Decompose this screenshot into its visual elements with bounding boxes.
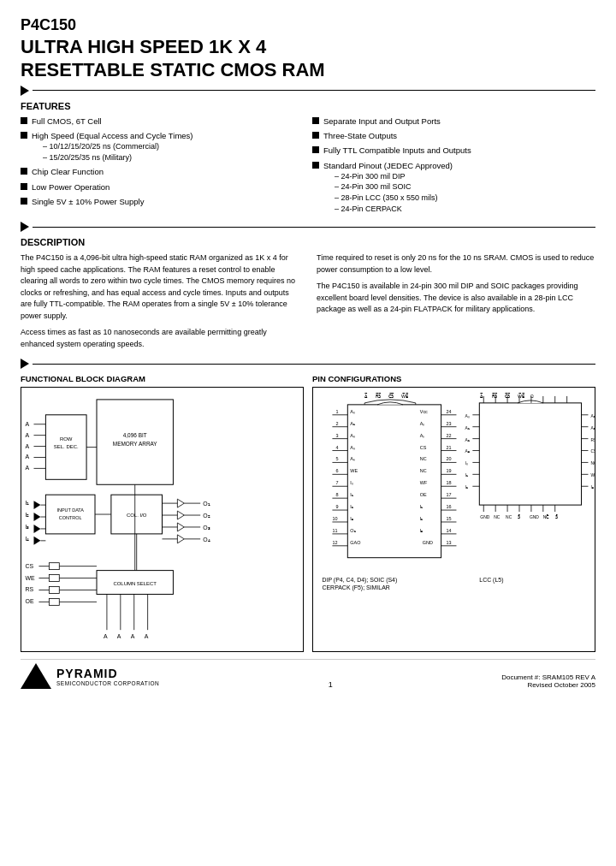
features-columns: Full CMOS, 6T Cell High Speed (Equal Acc…: [21, 116, 595, 219]
svg-text:GND: GND: [530, 515, 539, 519]
svg-text:I₃: I₃: [590, 485, 593, 489]
svg-text:22: 22: [447, 433, 452, 438]
svg-text:CONTROL: CONTROL: [59, 515, 82, 520]
svg-marker-21: [33, 501, 40, 509]
svg-text:S̄: S̄: [555, 514, 558, 519]
feature-text-5: Single 5V ± 10% Power Supply: [32, 197, 304, 207]
svg-text:21: 21: [447, 445, 452, 450]
svg-text:A̅: A̅: [364, 393, 368, 399]
document-info: Document #: SRAM105 REV A Revised Octobe…: [501, 673, 595, 689]
svg-text:A: A: [26, 443, 30, 449]
svg-rect-64: [49, 563, 59, 570]
features-section: FEATURES Full CMOS, 6T Cell High Speed (…: [21, 101, 595, 219]
svg-text:GND: GND: [423, 540, 433, 545]
description-title: DESCRIPTION: [21, 237, 595, 247]
svg-text:I₃: I₃: [26, 524, 30, 530]
features-left-col: Full CMOS, 6T Cell High Speed (Equal Acc…: [21, 116, 304, 219]
svg-text:SEL. DEC.: SEL. DEC.: [54, 444, 79, 449]
feature-item-r4: Standard Pinout (JEDEC Approved) 24-Pin …: [312, 161, 595, 215]
svg-text:CS: CS: [590, 450, 595, 454]
svg-text:C̅S̅: C̅S̅: [388, 393, 394, 399]
svg-text:R̅S̅: R̅S̅: [376, 393, 382, 399]
svg-marker-38: [177, 535, 184, 543]
feature-item-5: Single 5V ± 10% Power Supply: [21, 197, 304, 207]
svg-text:A₁: A₁: [590, 414, 595, 418]
svg-marker-22: [33, 513, 40, 521]
feature-item-2: High Speed (Equal Access and Cycle Times…: [21, 131, 304, 163]
pyramid-triangle-icon: [21, 663, 51, 689]
svg-text:CS: CS: [26, 563, 34, 569]
block-diagram-svg: A A A A A ROW SEL. DEC. 4,096 BIT MEMORY…: [21, 388, 303, 651]
svg-text:16: 16: [447, 504, 452, 509]
svg-text:CERPACK (F5); SIMILAR: CERPACK (F5); SIMILAR: [323, 585, 390, 592]
features-right-col: Separate Input and Output Ports Three-St…: [312, 116, 595, 219]
svg-text:Vcc: Vcc: [420, 409, 428, 414]
svg-text:MEMORY ARRAY: MEMORY ARRAY: [113, 441, 158, 447]
svg-text:WE: WE: [350, 469, 358, 474]
svg-text:C̅S̅: C̅S̅: [505, 393, 511, 399]
svg-text:A: A: [26, 432, 30, 438]
part-number: P4C150 ULTRA HIGH SPEED 1K X 4 RESETTABL…: [21, 15, 595, 82]
svg-text:OE: OE: [420, 492, 427, 497]
feature-text-r4: Standard Pinout (JEDEC Approved) 24-Pin …: [323, 161, 595, 215]
svg-text:A₂: A₂: [465, 438, 469, 442]
svg-text:W̅E̅: W̅E̅: [518, 393, 525, 399]
svg-text:8: 8: [335, 492, 338, 497]
svg-text:INPUT DATA: INPUT DATA: [56, 507, 84, 513]
svg-text:S̄: S̄: [518, 514, 520, 519]
feature-text-r3: Fully TTL Compatible Inputs and Outputs: [323, 145, 595, 156]
bullet-3: [21, 168, 27, 175]
svg-text:17: 17: [447, 492, 452, 497]
svg-text:4: 4: [335, 445, 338, 450]
pin-config-svg: A̅ R̅S̅ C̅S̅ W̅E̅ 1 A₀ 2 A₁: [313, 388, 595, 651]
svg-text:I₀: I₀: [465, 462, 467, 466]
page-footer: PYRAMID SEMICONDUCTOR CORPORATION 1 Docu…: [21, 659, 595, 689]
functional-block-diagram: A A A A A ROW SEL. DEC. 4,096 BIT MEMORY…: [21, 387, 304, 652]
feature-text-4: Low Power Operation: [32, 182, 304, 193]
svg-text:I₂: I₂: [420, 516, 424, 521]
svg-text:I₃: I₃: [350, 516, 353, 521]
svg-text:A₀: A₀: [465, 414, 469, 418]
feature-item-r2: Three-State Outputs: [312, 131, 595, 141]
svg-text:A₀: A₀: [350, 409, 355, 414]
svg-text:A₃: A₃: [465, 450, 469, 454]
feature-text-r2: Three-State Outputs: [323, 131, 595, 141]
svg-text:GAO: GAO: [350, 540, 360, 545]
svg-text:A₀: A₀: [420, 421, 425, 426]
feature-item-1: Full CMOS, 6T Cell: [21, 116, 304, 127]
svg-text:A₅: A₅: [420, 433, 425, 438]
svg-text:7: 7: [335, 481, 338, 486]
svg-text:19: 19: [447, 469, 452, 474]
svg-text:A: A: [117, 633, 121, 639]
svg-text:I₂: I₂: [350, 504, 353, 509]
svg-text:A: A: [26, 454, 30, 460]
svg-text:A: A: [26, 466, 30, 472]
svg-text:I₂: I₂: [26, 512, 30, 518]
description-columns: The P4C150 is a 4,096-bit ultra high-spe…: [21, 252, 595, 355]
description-left: The P4C150 is a 4,096-bit ultra high-spe…: [21, 252, 299, 355]
svg-text:WE: WE: [26, 575, 36, 581]
svg-text:20: 20: [447, 457, 452, 462]
description-section: DESCRIPTION The P4C150 is a 4,096-bit ul…: [21, 237, 595, 355]
feature-text-3: Chip Clear Function: [32, 167, 304, 177]
svg-text:O₄: O₄: [203, 537, 210, 543]
bullet-2: [21, 132, 27, 139]
company-name: PYRAMID: [56, 667, 159, 680]
svg-text:OE: OE: [26, 599, 34, 605]
block-diagram-title: FUNCTIONAL BLOCK DIAGRAM: [21, 374, 304, 383]
features-divider: [21, 86, 595, 96]
svg-text:5: 5: [335, 457, 338, 462]
feature-item-r1: Separate Input and Output Ports: [312, 116, 595, 127]
svg-text:CS: CS: [420, 445, 427, 450]
svg-text:ROW: ROW: [60, 436, 73, 442]
svg-text:RS: RS: [590, 438, 595, 442]
svg-text:13: 13: [447, 540, 452, 545]
svg-text:A: A: [26, 421, 30, 427]
description-divider: [21, 222, 595, 232]
svg-text:9: 9: [335, 504, 338, 509]
svg-text:I₁: I₁: [350, 492, 353, 497]
pin-config-diagram: A̅ R̅S̅ C̅S̅ W̅E̅ 1 A₀ 2 A₁: [312, 387, 595, 652]
diagram-divider: [21, 359, 595, 369]
svg-marker-23: [33, 525, 40, 533]
svg-text:W̅E̅: W̅E̅: [401, 393, 409, 399]
